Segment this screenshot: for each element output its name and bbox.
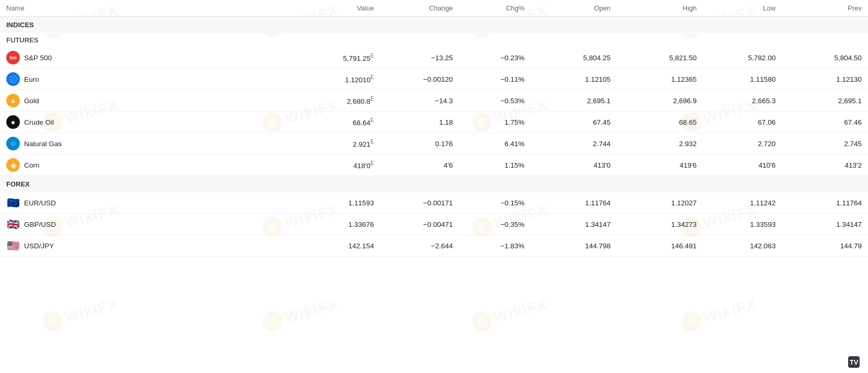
low-cell: 1.11242 xyxy=(703,192,782,214)
corn-icon: ◉ xyxy=(6,158,20,172)
change-cell: −0.00471 xyxy=(380,214,459,235)
value-cell: 418'0E xyxy=(287,155,380,176)
high-cell: 419'6 xyxy=(617,155,703,176)
instrument-name: ○ Natural Gas xyxy=(0,133,287,155)
subsection-futures: FUTURES xyxy=(0,33,868,47)
flag-icon: 🇺🇸 xyxy=(6,239,20,253)
chgpct-cell: −0.35% xyxy=(459,214,531,235)
high-cell: 1.34273 xyxy=(617,214,703,235)
prev-cell: 413'2 xyxy=(782,155,868,176)
open-cell: 67.45 xyxy=(531,112,617,133)
value-cell: 1.12010E xyxy=(287,69,380,90)
euro-icon: 🌐 xyxy=(6,72,20,86)
low-cell: 410'6 xyxy=(703,155,782,176)
change-cell: 0.176 xyxy=(380,133,459,155)
col-header-value: Value xyxy=(287,0,380,17)
table-row[interactable]: ● Crude Oil 68.64E 1.18 1.75% 67.45 68.6… xyxy=(0,112,868,133)
low-cell: 67.06 xyxy=(703,112,782,133)
prev-cell: 1.12130 xyxy=(782,69,868,90)
prev-cell: 1.11764 xyxy=(782,192,868,214)
flag-icon: 🇪🇺 xyxy=(6,196,20,210)
value-cell: 5,791.25E xyxy=(287,47,380,69)
prev-cell: 2,695.1 xyxy=(782,90,868,112)
instrument-name: 🇪🇺 EUR/USD xyxy=(0,192,287,214)
col-header-name: Name xyxy=(0,0,287,17)
chgpct-cell: 6.41% xyxy=(459,133,531,155)
chgpct-cell: −0.15% xyxy=(459,192,531,214)
section-forex: FOREX xyxy=(0,176,868,193)
chgpct-cell: −0.53% xyxy=(459,90,531,112)
table-row[interactable]: ◉ Corn 418'0E 4'6 1.15% 413'0 419'6 410'… xyxy=(0,155,868,176)
table-row[interactable]: 🇺🇸 USD/JPY 142.154 −2.644 −1.83% 144.798… xyxy=(0,235,868,257)
flag-icon: 🇬🇧 xyxy=(6,217,20,231)
open-cell: 1.11764 xyxy=(531,192,617,214)
chgpct-cell: 1.75% xyxy=(459,112,531,133)
change-cell: 4'6 xyxy=(380,155,459,176)
chgpct-cell: −1.83% xyxy=(459,235,531,257)
crude-icon: ● xyxy=(6,115,20,129)
value-cell: 142.154 xyxy=(287,235,380,257)
table-row[interactable]: ▲ Gold 2,680.8E −14.3 −0.53% 2,695.1 2,6… xyxy=(0,90,868,112)
instrument-name: 🇬🇧 GBP/USD xyxy=(0,214,287,235)
prev-cell: 144.79 xyxy=(782,235,868,257)
change-cell: −2.644 xyxy=(380,235,459,257)
instrument-name: ◉ Corn xyxy=(0,155,287,176)
instrument-name: 🌐 Euro xyxy=(0,69,287,90)
table-row[interactable]: 🇪🇺 EUR/USD 1.11593 −0.00171 −0.15% 1.117… xyxy=(0,192,868,214)
instrument-name: 500 S&P 500 xyxy=(0,47,287,69)
high-cell: 68.65 xyxy=(617,112,703,133)
low-cell: 2,665.3 xyxy=(703,90,782,112)
open-cell: 1.34147 xyxy=(531,214,617,235)
high-cell: 2,696.9 xyxy=(617,90,703,112)
instrument-name: ▲ Gold xyxy=(0,90,287,112)
change-cell: −14.3 xyxy=(380,90,459,112)
table-row[interactable]: 🇬🇧 GBP/USD 1.33676 −0.00471 −0.35% 1.341… xyxy=(0,214,868,235)
value-cell: 1.11593 xyxy=(287,192,380,214)
prev-cell: 67.46 xyxy=(782,112,868,133)
natgas-icon: ○ xyxy=(6,137,20,150)
sp500-icon: 500 xyxy=(6,51,20,64)
high-cell: 146.491 xyxy=(617,235,703,257)
open-cell: 2,695.1 xyxy=(531,90,617,112)
prev-cell: 1.34147 xyxy=(782,214,868,235)
table-row[interactable]: 500 S&P 500 5,791.25E −13.25 −0.23% 5,80… xyxy=(0,47,868,69)
value-cell: 2,680.8E xyxy=(287,90,380,112)
chgpct-cell: −0.11% xyxy=(459,69,531,90)
col-header-chgpct: Chg% xyxy=(459,0,531,17)
high-cell: 1.12365 xyxy=(617,69,703,90)
table-row[interactable]: ○ Natural Gas 2.921E 0.176 6.41% 2.744 2… xyxy=(0,133,868,155)
low-cell: 2.720 xyxy=(703,133,782,155)
low-cell: 5,782.00 xyxy=(703,47,782,69)
change-cell: −0.00120 xyxy=(380,69,459,90)
chgpct-cell: 1.15% xyxy=(459,155,531,176)
open-cell: 2.744 xyxy=(531,133,617,155)
open-cell: 5,804.25 xyxy=(531,47,617,69)
low-cell: 1.11580 xyxy=(703,69,782,90)
value-cell: 2.921E xyxy=(287,133,380,155)
value-cell: 1.33676 xyxy=(287,214,380,235)
change-cell: −0.00171 xyxy=(380,192,459,214)
open-cell: 144.798 xyxy=(531,235,617,257)
col-header-change: Change xyxy=(380,0,459,17)
gold-icon: ▲ xyxy=(6,94,20,107)
value-cell: 68.64E xyxy=(287,112,380,133)
instrument-name: ● Crude Oil xyxy=(0,112,287,133)
prev-cell: 2.745 xyxy=(782,133,868,155)
change-cell: 1.18 xyxy=(380,112,459,133)
low-cell: 142.063 xyxy=(703,235,782,257)
high-cell: 5,821.50 xyxy=(617,47,703,69)
chgpct-cell: −0.23% xyxy=(459,47,531,69)
table-row[interactable]: 🌐 Euro 1.12010E −0.00120 −0.11% 1.12105 … xyxy=(0,69,868,90)
market-table: Name Value Change Chg% Open High Low Pre… xyxy=(0,0,868,257)
prev-cell: 5,804.50 xyxy=(782,47,868,69)
section-indices: INDICES xyxy=(0,17,868,34)
high-cell: 2.932 xyxy=(617,133,703,155)
col-header-high: High xyxy=(617,0,703,17)
instrument-name: 🇺🇸 USD/JPY xyxy=(0,235,287,257)
col-header-low: Low xyxy=(703,0,782,17)
low-cell: 1.33593 xyxy=(703,214,782,235)
open-cell: 1.12105 xyxy=(531,69,617,90)
change-cell: −13.25 xyxy=(380,47,459,69)
col-header-prev: Prev xyxy=(782,0,868,17)
open-cell: 413'0 xyxy=(531,155,617,176)
